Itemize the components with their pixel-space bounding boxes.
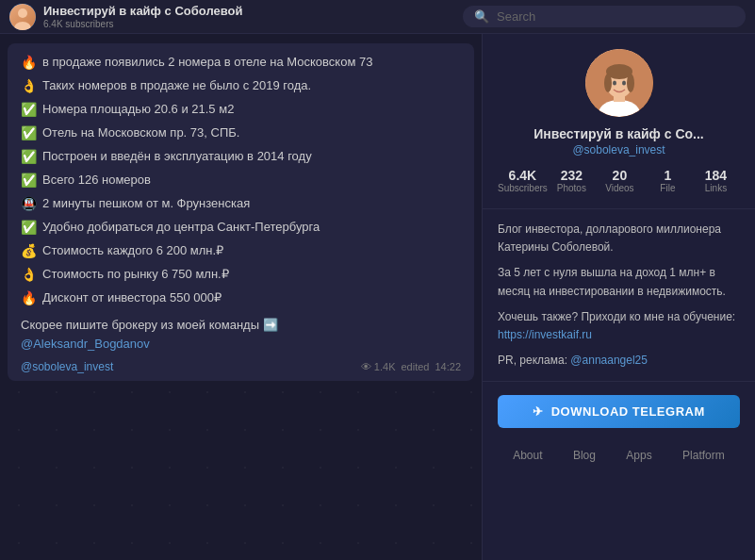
message-line-11: 🔥 Дисконт от инвестора 550 000₽ [21,288,461,308]
eye-icon: 👁 [361,361,371,372]
emoji-money: 💰 [21,241,37,261]
desc-para-2: За 5 лет с нуля вышла на доход 1 млн+ в … [498,264,740,300]
stat-photos: 232 Photos [548,168,596,193]
svg-point-0 [18,8,27,18]
stat-subscribers: 6.4K Subscribers [498,168,548,193]
edited-label: edited [401,361,429,372]
pr-handle-link[interactable]: @annaangel25 [570,354,648,367]
message-time: 14:22 [435,361,461,372]
header-text: Инвестируй в кайф с Соболевой 6.4K subsc… [43,4,242,29]
stats-row: 6.4K Subscribers 232 Photos 20 Videos 1 … [498,168,740,193]
message-footer: @soboleva_invest 👁 1.4K edited 14:22 [21,360,461,373]
stat-file-value: 1 [665,168,672,183]
panel-footer: About Blog Apps Platform [483,441,755,473]
stat-photos-value: 232 [561,168,583,183]
stat-file-label: File [660,183,675,193]
message-line-8: ✅ Удобно добираться до центра Санкт-Пете… [21,218,461,238]
message-line-7: 🚇 2 минуты пешком от м. Фрунзенская [21,194,461,214]
stat-links-label: Links [705,183,727,193]
desc-para-1: Блог инвестора, долларового миллионера К… [498,221,740,256]
svg-point-7 [604,74,612,92]
emoji-metro: 🚇 [21,194,37,214]
search-input[interactable] [497,9,734,24]
message-line-3: ✅ Номера площадью 20.6 и 21.5 м2 [21,100,461,120]
message-line-10: 👌 Стоимость по рынку 6 750 млн.₽ [21,265,461,285]
svg-point-1 [14,22,31,30]
download-btn-label: DOWNLOAD TELEGRAM [551,404,705,419]
telegram-send-icon: ✈ [533,404,544,419]
stat-links-value: 184 [705,168,727,183]
header-avatar [9,4,36,30]
profile-name: Инвестируй в кайф с Со... [533,126,703,141]
footer-link-platform[interactable]: Platform [682,449,725,462]
emoji-fire2: 🔥 [21,288,37,308]
emoji-check-2: ✅ [21,124,37,143]
message-line-6: ✅ Всего 126 номеров [21,171,461,190]
emoji-check-4: ✅ [21,171,37,190]
channel-info: Инвестируй в кайф с Соболевой 6.4K subsc… [9,4,463,30]
message-line-1: 🔥 в продаже появились 2 номера в отеле н… [21,53,461,73]
desc-para-4: PR, реклама: @annaangel25 [498,352,740,370]
message-feed[interactable]: 🔥 в продаже появились 2 номера в отеле н… [0,34,482,560]
channel-profile: Инвестируй в кайф с Со... @soboleva_inve… [483,34,755,209]
profile-description: Блог инвестора, долларового миллионера К… [483,209,755,382]
footer-link-about[interactable]: About [513,449,542,462]
stat-videos-value: 20 [613,168,628,183]
message-line-9: 💰 Стоимость каждого 6 200 млн.₽ [21,241,461,261]
channel-title: Инвестируй в кайф с Соболевой [43,4,242,19]
emoji-check-3: ✅ [21,147,37,167]
stat-subscribers-value: 6.4K [509,168,537,183]
footer-link-blog[interactable]: Blog [573,449,596,462]
desc-para-3: Хочешь также? Приходи ко мне на обучение… [498,308,740,344]
emoji-check-5: ✅ [21,218,37,238]
stat-subscribers-label: Subscribers [498,183,548,193]
message-body: 🔥 в продаже появились 2 номера в отеле н… [21,53,461,353]
stat-videos: 20 Videos [596,168,644,193]
emoji-fire: 🔥 [21,53,37,73]
download-telegram-button[interactable]: ✈ DOWNLOAD TELEGRAM [498,395,740,428]
svg-point-9 [613,81,616,86]
website-link[interactable]: https://investkaif.ru [498,328,592,341]
emoji-check-1: ✅ [21,100,37,120]
message-meta: 👁 1.4K edited 14:22 [361,361,461,372]
emoji-ok2: 👌 [21,265,37,285]
profile-avatar [585,49,653,117]
search-bar[interactable]: 🔍 [463,6,746,27]
stat-photos-label: Photos [557,183,586,193]
stat-file: 1 File [644,168,692,193]
emoji-ok: 👌 [21,76,37,96]
message-author[interactable]: @soboleva_invest [21,360,113,373]
profile-handle[interactable]: @soboleva_invest [572,143,665,156]
svg-point-8 [627,74,634,92]
message-card: 🔥 в продаже появились 2 номера в отеле н… [8,43,474,381]
footer-link-apps[interactable]: Apps [626,449,651,462]
header: Инвестируй в кайф с Соболевой 6.4K subsc… [0,0,755,34]
right-panel: Инвестируй в кайф с Со... @soboleva_inve… [482,34,755,560]
stat-links: 184 Links [692,168,740,193]
search-icon: 🔍 [474,9,489,24]
main-content: 🔥 в продаже появились 2 номера в отеле н… [0,34,755,560]
avatar-illustration [585,49,653,117]
view-count: 👁 1.4K [361,361,396,372]
message-footer-text: Скорее пишите брокеру из моей команды ➡️… [21,316,461,353]
subscriber-count: 6.4K subscribers [43,19,242,29]
message-line-4: ✅ Отель на Московском пр. 73, СПБ. [21,124,461,143]
message-line-2: 👌 Таких номеров в продаже не было с 2019… [21,76,461,96]
svg-point-10 [622,81,626,86]
message-line-5: ✅ Построен и введён в эксплуатацию в 201… [21,147,461,167]
broker-link[interactable]: @Aleksandr_Bogdanov [21,337,150,351]
stat-videos-label: Videos [605,183,633,193]
